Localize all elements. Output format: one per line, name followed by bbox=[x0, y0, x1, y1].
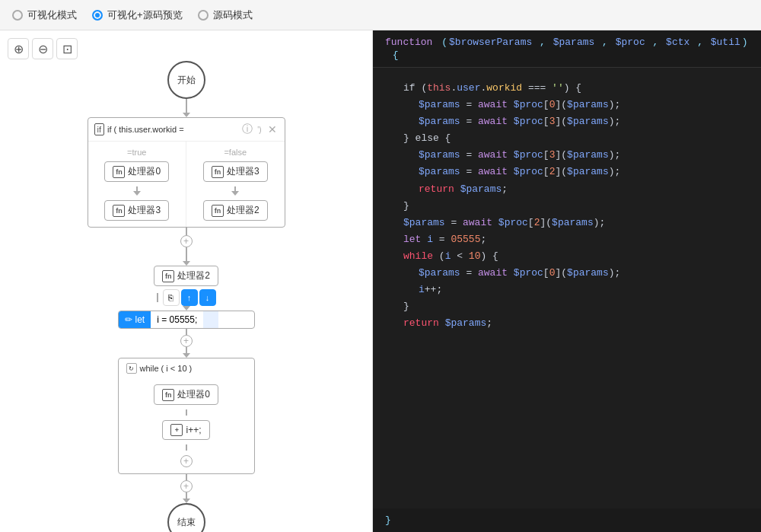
while-inner-line bbox=[186, 409, 187, 416]
code-line-10: let i = 05555 ; bbox=[388, 231, 746, 248]
code-header: function ( $browserParams , $params , $p… bbox=[373, 30, 761, 68]
header-space2 bbox=[385, 49, 391, 61]
plus-connector-1[interactable]: + bbox=[180, 235, 193, 247]
zoom-in-icon: ⊕ bbox=[14, 42, 24, 56]
main-content: ⊕ ⊖ ⊡ 开始 if if ( th bbox=[0, 30, 761, 532]
param-proc: $proc bbox=[616, 37, 645, 48]
let-label-area: ✏ let bbox=[119, 311, 151, 328]
code-line-4: } else { bbox=[388, 130, 746, 147]
arrow-line bbox=[186, 99, 187, 113]
mode1-radio[interactable] bbox=[12, 10, 23, 21]
code-line-2: $params = await $proc [ 0 ]( $params ); bbox=[388, 97, 746, 113]
mode3-label: 源码模式 bbox=[213, 8, 253, 22]
let-connector-row: ⎘ ↑ ↓ bbox=[157, 286, 216, 311]
code-panel: function ( $browserParams , $params , $p… bbox=[373, 30, 761, 532]
arrow-line bbox=[186, 247, 187, 261]
proc3b-label: 处理器3 bbox=[227, 165, 260, 178]
proc3-label: 处理器3 bbox=[128, 204, 161, 217]
copy-button[interactable]: ⎘ bbox=[163, 289, 180, 306]
closing-brace: } bbox=[385, 514, 391, 526]
while-end-line bbox=[186, 444, 187, 451]
arrow-head bbox=[133, 191, 141, 196]
pencil-icon: ✏ bbox=[125, 314, 132, 325]
mode3-option[interactable]: 源码模式 bbox=[198, 8, 253, 22]
diagram-panel: ⊕ ⊖ ⊡ 开始 if if ( th bbox=[0, 30, 373, 532]
arrow-false-1 bbox=[231, 186, 239, 196]
comma2: , bbox=[596, 37, 613, 48]
proc2b-label: 处理器2 bbox=[227, 204, 260, 217]
float-action-row: ⎘ ↑ ↓ bbox=[157, 289, 216, 306]
mode1-label: 可视化模式 bbox=[27, 8, 77, 22]
let-actions: ⎘ ↑ ↓ bbox=[163, 289, 216, 306]
conn-line4 bbox=[186, 347, 187, 353]
while-body: fn 处理器0 + i++; + bbox=[119, 378, 254, 473]
comma4: , bbox=[691, 37, 708, 48]
false-label: =false bbox=[224, 148, 247, 157]
proc0-icon: fn bbox=[113, 166, 125, 178]
if-condition: if ( this.user.workid = bbox=[107, 125, 239, 134]
code-line-14: } bbox=[388, 298, 746, 315]
proc0-label: 处理器0 bbox=[128, 165, 161, 178]
code-line-12: $params = await $proc [ 0 ]( $params ); bbox=[388, 265, 746, 282]
conn-line2 bbox=[157, 293, 158, 302]
if-quote-icon: ') bbox=[256, 126, 263, 134]
mode2-option[interactable]: 可视化+源码预览 bbox=[92, 8, 183, 22]
proc2b-node: fn 处理器2 bbox=[203, 200, 268, 221]
mode3-radio[interactable] bbox=[198, 10, 209, 21]
start-label: 开始 bbox=[177, 74, 196, 87]
proc2-label: 处理器2 bbox=[177, 269, 210, 282]
proc0b-icon: fn bbox=[162, 389, 174, 401]
if-node-body: =true fn 处理器0 fn 处理器3 bbox=[88, 142, 285, 227]
end-node: 结束 bbox=[167, 503, 205, 532]
proc0-node: fn 处理器0 bbox=[104, 161, 169, 182]
zoom-fit-button[interactable]: ⊡ bbox=[56, 38, 78, 59]
proc0b-label: 处理器0 bbox=[177, 388, 210, 401]
paren-open: ( bbox=[441, 37, 447, 48]
zoom-in-button[interactable]: ⊕ bbox=[8, 38, 29, 59]
if-node-header: if if ( this.user.workid = ⓘ ') ✕ bbox=[88, 118, 285, 142]
while-connector: + bbox=[180, 329, 193, 358]
after-if-connector: + bbox=[180, 228, 193, 247]
down-button[interactable]: ↓ bbox=[199, 289, 216, 306]
plus-connector-3[interactable]: + bbox=[180, 455, 193, 467]
zoom-out-button[interactable]: ⊖ bbox=[32, 38, 53, 59]
code-line-15: return $params ; bbox=[388, 315, 746, 332]
let-right-panel bbox=[203, 311, 218, 328]
mode2-radio[interactable] bbox=[92, 10, 103, 21]
mode1-option[interactable]: 可视化模式 bbox=[12, 8, 77, 22]
code-line-8: } bbox=[388, 198, 746, 215]
code-line-13: i ++; bbox=[388, 282, 746, 298]
comma1: , bbox=[533, 37, 551, 48]
let-value-text: i = 05555; bbox=[157, 314, 197, 325]
let-keyword: let bbox=[135, 314, 145, 325]
param-browserparms: $browserParams bbox=[449, 37, 532, 48]
increment-label: i++; bbox=[186, 425, 201, 435]
end-line1 bbox=[186, 474, 187, 480]
let-value: i = 05555; bbox=[151, 311, 203, 328]
proc2-icon: fn bbox=[162, 270, 174, 282]
let-node: ✏ let i = 05555; bbox=[118, 311, 255, 329]
proc0b-node: fn 处理器0 bbox=[154, 384, 218, 405]
code-line-7: return $params ; bbox=[388, 181, 746, 198]
end-label: 结束 bbox=[177, 516, 196, 529]
end-connector: + bbox=[180, 474, 193, 503]
conn-line1 bbox=[186, 228, 187, 235]
plus-connector-4[interactable]: + bbox=[180, 480, 193, 492]
if-close-button[interactable]: ✕ bbox=[266, 123, 279, 135]
proc2-node: fn 处理器2 bbox=[154, 266, 218, 286]
up-button[interactable]: ↑ bbox=[181, 289, 198, 306]
proc3-node: fn 处理器3 bbox=[104, 200, 169, 221]
conn-line3 bbox=[186, 329, 187, 335]
arrow-head bbox=[231, 191, 239, 196]
plus-connector-2[interactable]: + bbox=[180, 335, 193, 347]
arrow-true-1 bbox=[133, 186, 141, 196]
code-footer: } bbox=[373, 508, 761, 532]
code-line-9: $params = await $proc [ 2 ]( $params ); bbox=[388, 215, 746, 231]
code-body: if ( this . user . workid === '' ) { $pa… bbox=[373, 68, 761, 508]
while-icon: ↻ bbox=[126, 363, 137, 374]
proc3b-icon: fn bbox=[212, 166, 224, 178]
proc3b-node: fn 处理器3 bbox=[203, 161, 268, 182]
if-node: if if ( this.user.workid = ⓘ ') ✕ =true … bbox=[88, 117, 285, 228]
increment-node: + i++; bbox=[162, 420, 209, 440]
proc3-icon: fn bbox=[113, 205, 125, 217]
